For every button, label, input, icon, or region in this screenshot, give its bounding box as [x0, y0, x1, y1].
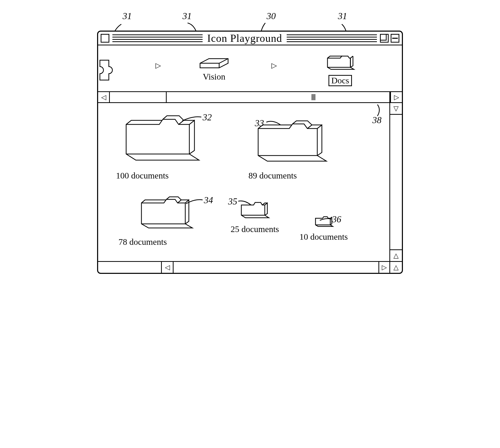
scroll-up-corner-button[interactable]: △ — [390, 262, 402, 273]
scroll-left-button[interactable]: ◁ — [162, 262, 174, 273]
bottom-scrollbar: ◁ ▷ △ — [98, 261, 402, 273]
callout-34: 34 — [204, 195, 213, 206]
path-item-docs[interactable]: Docs — [322, 51, 358, 86]
path-label-vision: Vision — [203, 72, 226, 82]
path-scroll-track[interactable] — [110, 92, 390, 102]
vscroll-track[interactable] — [390, 115, 402, 249]
folder-89-documents[interactable]: 89 documents — [248, 116, 335, 181]
folder-label: 10 documents — [299, 232, 348, 242]
scroll-grip-icon — [312, 94, 315, 100]
close-button[interactable] — [101, 34, 109, 43]
path-label-docs: Docs — [328, 75, 352, 86]
zoom-button[interactable] — [380, 34, 389, 43]
content-pane: 100 documents 89 documents — [98, 103, 390, 261]
folder-100-documents[interactable]: 100 documents — [116, 111, 208, 181]
chevron-right-icon: ▷ — [155, 61, 161, 70]
path-item-vision[interactable]: Vision — [195, 56, 233, 82]
vertical-scrollbar: ▽ △ — [390, 103, 402, 261]
folder-icon — [134, 192, 200, 236]
root-icon[interactable] — [94, 55, 116, 83]
folder-icon — [311, 213, 336, 231]
callout-30: 30 — [267, 11, 276, 21]
callout-31c: 31 — [338, 11, 347, 21]
scroll-right-button[interactable]: ▷ — [390, 92, 402, 102]
folder-label: 100 documents — [116, 171, 169, 181]
disk-icon — [195, 56, 233, 71]
callout-31a: 31 — [123, 11, 132, 21]
titlebar-stripes-left — [112, 34, 203, 42]
bottom-scroll-track[interactable] — [174, 262, 378, 273]
path-scroll-thumb[interactable] — [166, 92, 390, 102]
folder-icon — [248, 116, 335, 169]
bottom-scroll-spacer — [98, 262, 162, 273]
folder-25-documents[interactable]: 25 documents — [231, 197, 279, 234]
folder-label: 89 documents — [248, 171, 297, 181]
scroll-up-button[interactable]: △ — [390, 249, 402, 261]
folder-10-documents[interactable]: 10 documents — [299, 213, 348, 242]
window-frame: Icon Playground ▷ — [97, 31, 403, 274]
folder-label: 78 documents — [119, 237, 167, 247]
breadcrumb-path: ▷ Vision ▷ — [98, 45, 402, 91]
path-scrollbar: ◁ ▷ — [98, 91, 402, 103]
folder-icon — [322, 51, 358, 74]
titlebar: Icon Playground — [98, 32, 402, 45]
callout-31b: 31 — [182, 11, 192, 21]
scroll-down-button[interactable]: ▽ — [390, 103, 402, 115]
folder-78-documents[interactable]: 78 documents — [134, 192, 200, 247]
scroll-right-button[interactable]: ▷ — [378, 262, 390, 273]
folder-icon — [116, 111, 208, 169]
folder-label: 25 documents — [231, 224, 279, 234]
scroll-left-button[interactable]: ◁ — [98, 92, 110, 102]
titlebar-stripes-right — [287, 34, 377, 42]
folder-icon — [236, 197, 274, 223]
collapse-button[interactable] — [391, 34, 399, 43]
window-title: Icon Playground — [203, 32, 287, 44]
chevron-right-icon: ▷ — [271, 61, 277, 70]
